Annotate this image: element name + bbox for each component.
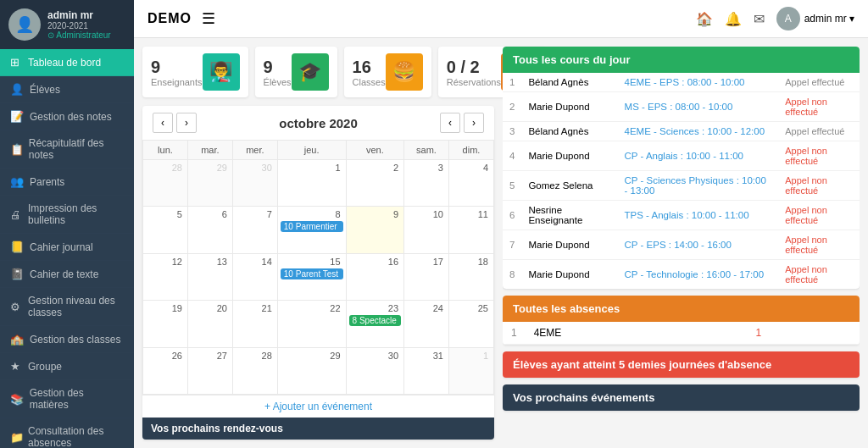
course-link[interactable]: MS - EPS : 08:00 - 10:00 [618, 92, 779, 122]
calendar-day[interactable]: 810 Parmentier [277, 207, 346, 253]
calendar-day[interactable]: 30 [232, 160, 277, 207]
course-link[interactable]: CP - EPS : 14:00 - 16:00 [618, 230, 779, 260]
calendar-event[interactable]: 10 Parent Test [281, 268, 343, 279]
day-number: 20 [191, 302, 230, 314]
calendar-day[interactable]: 25 [448, 301, 493, 347]
calendar-day[interactable]: 27 [187, 347, 232, 394]
calendar-day[interactable]: 17 [404, 253, 449, 300]
sidebar-item-gestion-notes[interactable]: 📝Gestion des notes [0, 103, 134, 130]
course-num: 3 [503, 122, 521, 141]
stat-info-reservations: 0 / 2 Réservations [447, 58, 501, 87]
sidebar-item-tableau-de-bord[interactable]: ⊞Tableau de bord [0, 49, 134, 76]
calendar-event[interactable]: 10 Parmentier [281, 221, 343, 232]
course-link[interactable]: CP - Technologie : 16:00 - 17:00 [618, 260, 779, 290]
course-link[interactable]: TPS - Anglais : 10:00 - 11:00 [618, 201, 779, 230]
nav-label-tableau-de-bord: Tableau de bord [28, 57, 101, 69]
envelope-icon[interactable]: ✉ [754, 11, 765, 27]
add-event-button[interactable]: + Ajouter un événement [142, 395, 494, 418]
calendar-title: octobre 2020 [279, 116, 358, 130]
stat-label-reservations: Réservations [447, 77, 501, 87]
sidebar-item-impression-bulletins[interactable]: 🖨Impression des bulletins [0, 196, 134, 234]
nav-label-recapitulatif-notes: Récapitulatif des notes [29, 137, 124, 161]
cal-day-header: jeu. [277, 141, 346, 160]
calendar-day[interactable]: 16 [346, 253, 403, 300]
course-status: Appel effectué [778, 73, 860, 92]
calendar-prev-button-right[interactable]: ‹ [440, 113, 460, 133]
calendar-day[interactable]: 22 [277, 301, 346, 347]
sidebar-item-eleves[interactable]: 👤Élèves [0, 76, 134, 103]
sidebar-item-parents[interactable]: 👥Parents [0, 169, 134, 196]
calendar-day[interactable]: 18 [448, 253, 493, 300]
day-number: 16 [349, 256, 401, 268]
topbar: DEMO ☰ 🏠 🔔 ✉ A admin mr ▾ [134, 0, 868, 38]
calendar-day[interactable]: 238 Spectacle [346, 301, 403, 347]
absence-count[interactable]: 1 [747, 322, 860, 345]
calendar-week-row: 1213141510 Parent Test161718 [143, 253, 494, 300]
course-teacher: Nesrine Enseignante [521, 201, 617, 230]
calendar-day[interactable]: 12 [143, 253, 188, 300]
calendar-day[interactable]: 26 [143, 347, 188, 394]
day-number: 24 [407, 302, 446, 314]
menu-icon[interactable]: ☰ [202, 9, 215, 28]
calendar-day[interactable]: 9 [346, 207, 403, 253]
calendar-day[interactable]: 28 [232, 347, 277, 394]
sidebar-item-recapitulatif-notes[interactable]: 📋Récapitulatif des notes [0, 130, 134, 169]
calendar-day[interactable]: 24 [404, 301, 449, 347]
calendar-next-button[interactable]: › [464, 113, 484, 133]
calendar-day[interactable]: 7 [232, 207, 277, 253]
calendar: ‹ › octobre 2020 ‹ › lun.mar.mer.jeu.ven… [142, 106, 494, 440]
calendar-day[interactable]: 1 [277, 160, 346, 207]
calendar-next-button-left[interactable]: › [176, 113, 197, 133]
sidebar-item-gestion-matieres[interactable]: 📚Gestion des matières [0, 380, 134, 418]
calendar-day[interactable]: 6 [187, 207, 232, 253]
course-teacher: Marie Dupond [521, 92, 617, 122]
nav-label-gestion-matieres: Gestion des matières [30, 387, 124, 411]
sidebar-item-groupe[interactable]: ★Groupe [0, 353, 134, 380]
course-num: 7 [503, 230, 521, 260]
sidebar-item-cahier-journal[interactable]: 📒Cahier journal [0, 234, 134, 261]
calendar-prev-button[interactable]: ‹ [153, 113, 173, 133]
bell-icon[interactable]: 🔔 [725, 11, 742, 27]
calendar-day[interactable]: 5 [143, 207, 188, 253]
calendar-day[interactable]: 1 [448, 347, 493, 394]
sidebar-profile: 👤 admin mr 2020-2021 ⊙ Administrateur [0, 0, 134, 49]
course-status: Appel non effectué [778, 201, 860, 230]
calendar-day[interactable]: 3 [404, 160, 449, 207]
calendar-day[interactable]: 19 [143, 301, 188, 347]
calendar-day[interactable]: 21 [232, 301, 277, 347]
course-row: 1 Béland Agnès 4EME - EPS : 08:00 - 10:0… [503, 73, 860, 92]
calendar-day[interactable]: 11 [448, 207, 493, 253]
sidebar-item-gestion-classes[interactable]: 🏫Gestion des classes [0, 326, 134, 353]
day-number: 30 [349, 350, 401, 362]
stat-label-enseignants: Enseignants [151, 77, 203, 87]
calendar-day[interactable]: 1510 Parent Test [277, 253, 346, 300]
calendar-day[interactable]: 29 [277, 347, 346, 394]
day-number: 18 [452, 256, 491, 268]
course-status: Appel non effectué [778, 141, 860, 171]
calendar-day[interactable]: 31 [404, 347, 449, 394]
calendar-day[interactable]: 14 [232, 253, 277, 300]
course-link[interactable]: 4EME - EPS : 08:00 - 10:00 [618, 73, 779, 92]
calendar-day[interactable]: 30 [346, 347, 403, 394]
day-number: 19 [146, 302, 185, 314]
calendar-day[interactable]: 29 [187, 160, 232, 207]
course-link[interactable]: CP - Anglais : 10:00 - 11:00 [618, 141, 779, 171]
sidebar-item-cahier-texte[interactable]: 📓Cahier de texte [0, 261, 134, 288]
calendar-day[interactable]: 4 [448, 160, 493, 207]
calendar-day[interactable]: 10 [404, 207, 449, 253]
sidebar-item-gestion-niveau[interactable]: ⚙Gestion niveau des classes [0, 288, 134, 326]
absence-class: 4EME [526, 322, 748, 345]
course-link[interactable]: 4EME - Sciences : 10:00 - 12:00 [618, 122, 779, 141]
cours-du-jour-header: Tous les cours du jour [503, 47, 860, 73]
day-number: 17 [407, 256, 446, 268]
calendar-day[interactable]: 13 [187, 253, 232, 300]
stat-number-enseignants: 9 [151, 58, 203, 77]
calendar-day[interactable]: 2 [346, 160, 403, 207]
calendar-event[interactable]: 8 Spectacle [349, 315, 401, 326]
home-icon[interactable]: 🏠 [696, 11, 713, 27]
calendar-day[interactable]: 28 [143, 160, 188, 207]
user-menu[interactable]: A admin mr ▾ [776, 7, 854, 30]
calendar-day[interactable]: 20 [187, 301, 232, 347]
sidebar-item-consultation-absences[interactable]: 📁Consultation des absences [0, 418, 134, 448]
course-link[interactable]: CP - Sciences Physiques : 10:00 - 13:00 [618, 171, 779, 201]
